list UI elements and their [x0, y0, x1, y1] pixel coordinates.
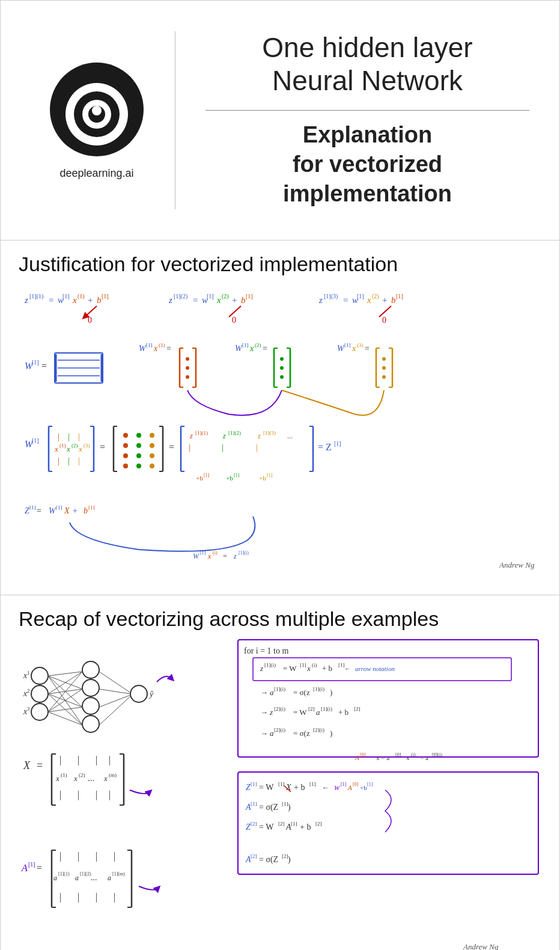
svg-text:...: ... [88, 773, 94, 783]
svg-text:a: a [75, 874, 79, 882]
svg-text:3: 3 [27, 706, 30, 712]
svg-text:|: | [96, 892, 97, 902]
deeplearning-logo [49, 61, 145, 158]
svg-text:[0]: [0] [360, 752, 366, 758]
svg-text:[1]: [1] [291, 821, 297, 827]
svg-text:= σ(Z: = σ(Z [259, 855, 278, 865]
svg-text:[1](i): [1](i) [239, 550, 249, 556]
svg-text:[1]: [1] [251, 781, 257, 787]
svg-text:=: = [100, 442, 105, 452]
svg-text:|: | [78, 851, 79, 862]
svg-point-121 [136, 443, 141, 448]
svg-text:|: | [189, 443, 190, 452]
svg-text:z: z [222, 432, 226, 440]
svg-point-125 [150, 453, 154, 458]
svg-text:Z: Z [25, 506, 29, 515]
svg-text:x: x [54, 444, 58, 453]
svg-text:|: | [78, 755, 79, 765]
svg-text:[1]: [1] [367, 782, 373, 787]
svg-text:|: | [68, 432, 70, 441]
svg-text:b: b [391, 295, 396, 305]
svg-text:[1]: [1] [309, 781, 316, 787]
svg-point-77 [280, 366, 284, 370]
svg-text:[1](2): [1](2) [80, 871, 91, 877]
svg-point-187 [130, 685, 147, 702]
svg-text:(2): (2) [79, 772, 85, 778]
svg-text:+b: +b [226, 474, 233, 482]
svg-text:(i): (i) [411, 752, 416, 758]
svg-text:|: | [59, 789, 61, 800]
svg-text:|: | [114, 892, 115, 902]
svg-text:...: ... [287, 432, 293, 440]
svg-text:+b: +b [360, 784, 367, 791]
svg-text:[1]: [1] [200, 550, 206, 556]
header-section: deeplearning.ai One hidden layer Neural … [0, 0, 560, 241]
svg-text:|: | [114, 851, 115, 862]
svg-text:|: | [222, 443, 224, 452]
svg-text:=: = [49, 295, 53, 305]
svg-text:[1]: [1] [29, 504, 36, 510]
svg-text:[1]: [1] [62, 293, 70, 299]
svg-text:[1]: [1] [344, 342, 351, 348]
svg-text:+: + [88, 295, 93, 305]
svg-point-176 [31, 703, 48, 720]
svg-text:|: | [68, 456, 70, 465]
svg-text:x: x [103, 774, 108, 783]
svg-text:[1](i): [1](i) [274, 686, 285, 692]
svg-text:X: X [64, 506, 70, 515]
svg-text:x: x [55, 774, 59, 783]
svg-text:= W: = W [293, 708, 307, 717]
svg-point-128 [150, 464, 154, 468]
svg-text:z: z [233, 552, 237, 560]
svg-text:[0]: [0] [353, 782, 359, 787]
svg-text:|: | [78, 456, 80, 465]
svg-point-63 [186, 366, 189, 370]
svg-text:|: | [59, 755, 61, 765]
svg-text:+ b: + b [338, 708, 348, 717]
svg-text:[1]: [1] [396, 293, 403, 299]
svg-text:(2): (2) [72, 443, 78, 449]
recap-left: x 1 x 2 x 3 ŷ [19, 637, 223, 950]
svg-text:=: = [263, 344, 267, 353]
svg-point-126 [123, 464, 128, 468]
svg-text:[1](i): [1](i) [264, 662, 276, 668]
svg-text:+ b: + b [322, 664, 332, 673]
svg-text:[1]: [1] [251, 801, 257, 807]
svg-text:[1]: [1] [146, 342, 153, 348]
svg-point-62 [186, 357, 189, 361]
svg-point-117 [123, 433, 128, 438]
svg-point-5 [92, 106, 102, 115]
svg-text:(1): (1) [159, 342, 165, 348]
recap-left-svg: x 1 x 2 x 3 ŷ [19, 637, 217, 950]
svg-text:W: W [193, 552, 199, 560]
svg-text:): ) [288, 855, 291, 865]
svg-text:z: z [318, 295, 323, 305]
svg-text:x: x [249, 344, 254, 353]
svg-text:→: → [260, 729, 268, 738]
svg-text:[1]: [1] [338, 662, 345, 668]
svg-text:(1): (1) [61, 772, 67, 778]
svg-text:[2]: [2] [315, 821, 322, 827]
svg-text:arrow notation: arrow notation [355, 665, 395, 672]
svg-text:x: x [367, 295, 371, 305]
svg-text:|: | [109, 755, 111, 765]
svg-point-175 [31, 685, 48, 702]
svg-text:x: x [66, 444, 70, 453]
svg-text:[1](m): [1](m) [112, 871, 125, 877]
svg-text:[1](1): [1](1) [58, 871, 70, 877]
svg-text:[1]: [1] [300, 662, 306, 668]
header-subtitle: Explanation for vectorized implementatio… [205, 120, 529, 209]
svg-text:←: ← [344, 665, 351, 672]
svg-text:): ) [288, 803, 291, 812]
svg-text:a: a [108, 874, 111, 882]
svg-text:= σ(Z: = σ(Z [259, 803, 278, 812]
svg-text:= W: = W [259, 783, 274, 792]
svg-text:|: | [59, 851, 61, 862]
svg-point-183 [82, 661, 99, 678]
svg-text:x: x [78, 444, 82, 453]
svg-text:[1]: [1] [207, 293, 214, 299]
svg-text:+: + [382, 295, 387, 305]
svg-text:=: = [365, 344, 370, 353]
svg-text:(m): (m) [109, 772, 117, 778]
svg-text:(2): (2) [372, 293, 379, 300]
